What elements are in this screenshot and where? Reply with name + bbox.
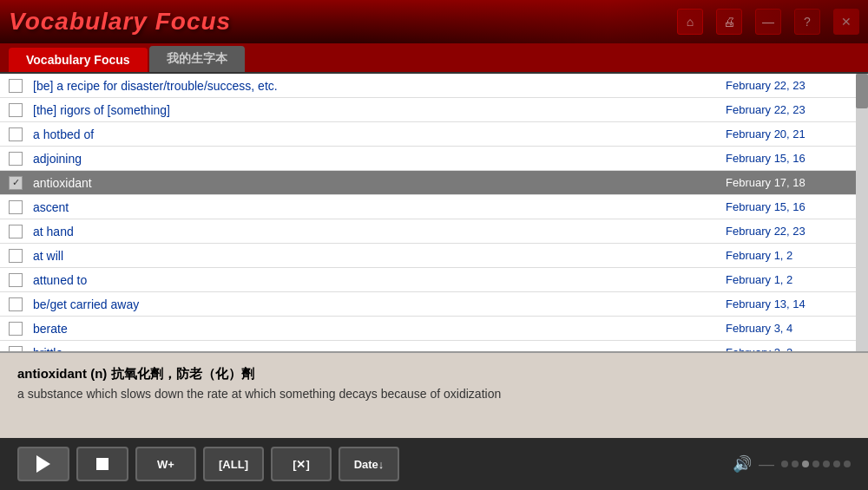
date-label: Date↓	[354, 458, 385, 471]
help-icon-btn[interactable]: ?	[794, 9, 820, 35]
volume-dash: —	[759, 455, 774, 474]
vocab-word-0: [be] a recipe for disaster/trouble/succe…	[33, 79, 726, 93]
vocab-word-9: be/get carried away	[33, 297, 726, 311]
definition-area: antioxidant (n) 抗氧化劑，防老（化）劑 a substance …	[0, 351, 868, 438]
stop-button[interactable]	[76, 447, 128, 481]
vocab-word-11: brittle	[33, 346, 726, 352]
vocab-word-5: ascent	[33, 200, 726, 214]
word-plus-button[interactable]: W+	[135, 447, 196, 481]
list-scroll-container: [be] a recipe for disaster/trouble/succe…	[0, 74, 856, 351]
definition-word: antioxidant (n) 抗氧化劑，防老（化）劑	[17, 366, 851, 382]
top-bar: Vocabulary Focus ⌂ 🖨 — ? ✕	[0, 0, 868, 43]
all-label: [ALL]	[219, 458, 248, 471]
table-row[interactable]: be/get carried away February 13, 14	[0, 292, 856, 317]
tab-vocabulary-focus[interactable]: Vocabulary Focus	[9, 48, 148, 72]
table-row[interactable]: berate February 3, 4	[0, 317, 856, 341]
vocab-date-11: February 2, 3	[726, 346, 847, 351]
checkbox-4[interactable]: ✓	[9, 176, 23, 190]
vocab-date-4: February 17, 18	[726, 176, 847, 189]
vocab-date-8: February 1, 2	[726, 273, 847, 286]
checkbox-6[interactable]	[9, 225, 23, 238]
vocab-word-8: attuned to	[33, 273, 726, 287]
vocab-date-3: February 15, 16	[726, 152, 847, 165]
table-row[interactable]: [the] rigors of [something] February 22,…	[0, 98, 856, 122]
tab-bar: Vocabulary Focus 我的生字本	[0, 43, 868, 74]
vocab-list: [be] a recipe for disaster/trouble/succe…	[0, 74, 868, 351]
volume-dots	[781, 461, 851, 467]
print-icon-btn[interactable]: 🖨	[716, 9, 742, 35]
def-word-bold: antioxidant	[17, 366, 87, 381]
vocab-word-2: a hotbed of	[33, 127, 726, 141]
all-button[interactable]: [ALL]	[203, 447, 264, 481]
checkbox-8[interactable]	[9, 273, 23, 287]
vocab-date-0: February 22, 23	[726, 79, 847, 92]
checkbox-9[interactable]	[9, 297, 23, 311]
vocab-word-6: at hand	[33, 225, 726, 238]
vol-dot-1	[781, 461, 788, 467]
table-row-selected[interactable]: ✓ antioxidant February 17, 18	[0, 171, 856, 195]
checkbox-0[interactable]	[9, 79, 23, 93]
vol-dot-2	[792, 461, 799, 467]
table-row[interactable]: ascent February 15, 16	[0, 195, 856, 219]
checkbox-5[interactable]	[9, 200, 23, 214]
control-buttons: W+ [ALL] [✕] Date↓	[17, 447, 399, 481]
definition-english: a substance which slows down the rate at…	[17, 387, 851, 401]
main-area: [be] a recipe for disaster/trouble/succe…	[0, 74, 868, 438]
vol-dot-6	[833, 461, 840, 467]
table-row[interactable]: attuned to February 1, 2	[0, 268, 856, 292]
vocab-date-9: February 13, 14	[726, 297, 847, 310]
checkbox-7[interactable]	[9, 249, 23, 263]
bottom-bar: W+ [ALL] [✕] Date↓ 🔊 —	[0, 438, 868, 490]
vocab-date-7: February 1, 2	[726, 249, 847, 262]
vol-dot-5	[823, 461, 830, 467]
vocab-date-5: February 15, 16	[726, 200, 847, 213]
vocab-word-3: adjoining	[33, 152, 726, 166]
table-row[interactable]: at will February 1, 2	[0, 244, 856, 268]
vocab-date-2: February 20, 21	[726, 127, 847, 140]
word-plus-label: W+	[157, 458, 174, 471]
tab-my-words[interactable]: 我的生字本	[149, 46, 245, 72]
volume-icon[interactable]: 🔊	[733, 454, 752, 474]
play-button[interactable]	[17, 447, 69, 481]
scrollbar[interactable]	[856, 74, 868, 351]
minimize-icon-btn[interactable]: —	[755, 9, 781, 35]
vocab-date-1: February 22, 23	[726, 103, 847, 116]
vocab-date-10: February 3, 4	[726, 322, 847, 335]
date-button[interactable]: Date↓	[339, 447, 399, 481]
checkbox-10[interactable]	[9, 322, 23, 336]
table-row[interactable]: [be] a recipe for disaster/trouble/succe…	[0, 74, 856, 98]
table-row[interactable]: adjoining February 15, 16	[0, 147, 856, 171]
scrollbar-thumb[interactable]	[856, 74, 868, 108]
table-row[interactable]: a hotbed of February 20, 21	[0, 122, 856, 147]
volume-area: 🔊 —	[733, 454, 851, 474]
vocab-word-4: antioxidant	[33, 176, 726, 190]
vocab-word-1: [the] rigors of [something]	[33, 103, 726, 117]
vol-dot-4	[812, 461, 819, 467]
play-icon	[36, 455, 50, 473]
checkbox-1[interactable]	[9, 103, 23, 117]
checkbox-3[interactable]	[9, 152, 23, 166]
checkbox-11[interactable]	[9, 346, 23, 352]
checkbox-2[interactable]	[9, 127, 23, 141]
vocab-date-6: February 22, 23	[726, 225, 847, 238]
home-icon-btn[interactable]: ⌂	[677, 9, 703, 35]
vocab-word-10: berate	[33, 322, 726, 336]
vol-dot-7	[844, 461, 851, 467]
vocab-word-7: at will	[33, 249, 726, 263]
app-title: Vocabulary Focus	[9, 8, 231, 36]
close-icon-btn[interactable]: ✕	[833, 9, 859, 35]
stop-icon	[96, 458, 108, 470]
cross-label: [✕]	[293, 458, 310, 471]
table-row[interactable]: brittle February 2, 3	[0, 341, 856, 351]
vol-dot-3	[802, 461, 809, 467]
top-icons: ⌂ 🖨 — ? ✕	[677, 9, 859, 35]
cross-button[interactable]: [✕]	[271, 447, 332, 481]
table-row[interactable]: at hand February 22, 23	[0, 219, 856, 244]
